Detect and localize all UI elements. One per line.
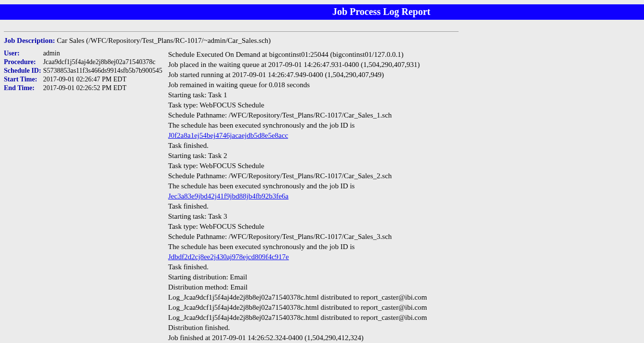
report-title: Job Process Log Report [0,6,462,17]
log-line: Job started running at 2017-09-01 14:26:… [168,70,459,80]
log-line: Distribution method: Email [168,282,459,292]
log-text: Log_Jcaa9dcf1j5f4aj4de2j8b8ej02a71540378… [168,293,427,301]
log-line: Starting task: Task 2 [168,151,459,161]
user-value: admin [43,50,164,58]
log-line: Task type: WebFOCUS Schedule [168,100,459,110]
log-text: Schedule Pathname: /WFC/Repository/Test_… [168,111,392,119]
meta-row-procedure: Procedure: Jcaa9dcf1j5f4aj4de2j8b8ej02a7… [4,58,164,67]
end-time-label: End Time: [4,84,43,93]
meta-row-schedule-id: Schedule ID: S5738853as11f3s466ds9914sfb… [4,67,164,76]
log-text: Starting distribution: Email [168,273,247,281]
log-text: Starting task: Task 3 [168,212,227,220]
log-text: Distribution method: Email [168,283,248,291]
log-line: The schedule has been executed synchrono… [168,120,459,141]
log-text: Job started running at 2017-09-01 14:26:… [168,71,384,79]
log-text: Job remained in waiting queue for 0.018 … [168,81,310,89]
log-text: The schedule has been executed synchrono… [168,121,355,129]
log-text: Log_Jcaa9dcf1j5f4aj4de2j8b8ej02a71540378… [168,314,427,321]
log-line: Distribution finished. [168,323,459,333]
main-row: User: admin Procedure: Jcaa9dcf1j5f4aj4d… [4,50,459,343]
schedule-id-label: Schedule ID: [4,67,43,76]
start-time-label: Start Time: [4,76,43,84]
log-text: Starting task: Task 1 [168,91,227,99]
start-time-value: 2017-09-01 02:26:47 PM EDT [43,76,164,84]
log-text: Task finished. [168,263,209,271]
log-line: Schedule Pathname: /WFC/Repository/Test_… [168,232,459,242]
log-line: Task type: WebFOCUS Schedule [168,161,459,171]
log-line: Task type: WebFOCUS Schedule [168,222,459,232]
log-text: Schedule Pathname: /WFC/Repository/Test_… [168,233,392,240]
meta-row-user: User: admin [4,50,164,58]
log-text: Starting task: Task 2 [168,152,227,159]
log-text: Task type: WebFOCUS Schedule [168,101,264,109]
log-line: Log_Jcaa9dcf1j5f4aj4de2j8b8ej02a71540378… [168,313,459,323]
divider [4,31,459,32]
log-line: Job placed in the waiting queue at 2017-… [168,60,459,70]
log-text: Task type: WebFOCUS Schedule [168,223,264,230]
meta-column: User: admin Procedure: Jcaa9dcf1j5f4aj4d… [4,50,168,93]
log-line: Schedule Executed On Demand at bigcontin… [168,50,459,60]
log-line: Starting task: Task 3 [168,211,459,222]
job-description-label: Job Description: [4,37,55,44]
meta-row-start-time: Start Time: 2017-09-01 02:26:47 PM EDT [4,76,164,84]
job-description-row: Job Description: Car Sales (/WFC/Reposit… [4,37,459,45]
log-line: The schedule has been executed synchrono… [168,181,459,201]
log-text: Job finished at 2017-09-01 14:26:52.324-… [168,334,364,342]
log-line: The schedule has been executed synchrono… [168,242,459,262]
end-time-value: 2017-09-01 02:26:52 PM EDT [43,84,164,93]
log-text: Task finished. [168,202,209,210]
report-banner: Job Process Log Report [0,4,644,20]
report-content: Job Description: Car Sales (/WFC/Reposit… [0,20,462,343]
log-line: Task finished. [168,201,459,211]
log-line: Job remained in waiting queue for 0.018 … [168,80,459,90]
procedure-value: Jcaa9dcf1j5f4aj4de2j8b8ej02a71540378c [43,58,164,67]
log-text: Schedule Pathname: /WFC/Repository/Test_… [168,172,392,180]
log-line: Log_Jcaa9dcf1j5f4aj4de2j8b8ej02a71540378… [168,303,459,313]
log-text: Distribution finished. [168,324,230,331]
job-description-value: Car Sales (/WFC/Repository/Test_Plans/RC… [57,37,271,44]
log-text: The schedule has been executed synchrono… [168,243,355,251]
log-text: Schedule Executed On Demand at bigcontin… [168,51,404,58]
user-label: User: [4,50,43,58]
job-id-link[interactable]: Jec3a83e9jbd42j41f9jbd88jb4fb92b3fe6a [168,192,289,200]
log-line: Schedule Pathname: /WFC/Repository/Test_… [168,171,459,181]
schedule-id-value: S5738853as11f3s466ds9914sfb5b7b900545 [43,67,164,76]
meta-row-end-time: End Time: 2017-09-01 02:26:52 PM EDT [4,84,164,93]
log-line: Log_Jcaa9dcf1j5f4aj4de2j8b8ej02a71540378… [168,292,459,303]
log-text: Task finished. [168,142,209,149]
log-line: Starting task: Task 1 [168,90,459,100]
job-id-link[interactable]: J0f2a8a1ej54bej4746jacaejdb5d8e5e8acc [168,132,288,139]
log-text: The schedule has been executed synchrono… [168,182,355,190]
log-line: Schedule Pathname: /WFC/Repository/Test_… [168,110,459,120]
job-id-link[interactable]: Jdbdf2d2cj8ee2j430aj978ejcd809f4c917e [168,253,289,261]
log-text: Job placed in the waiting queue at 2017-… [168,61,420,68]
log-line: Starting distribution: Email [168,272,459,282]
log-line: Task finished. [168,141,459,151]
log-line: Job finished at 2017-09-01 14:26:52.324-… [168,333,459,343]
log-line: Task finished. [168,262,459,272]
meta-table: User: admin Procedure: Jcaa9dcf1j5f4aj4d… [4,50,164,93]
log-text: Log_Jcaa9dcf1j5f4aj4de2j8b8ej02a71540378… [168,303,427,311]
log-text: Task type: WebFOCUS Schedule [168,162,264,170]
log-column: Schedule Executed On Demand at bigcontin… [168,50,459,343]
procedure-label: Procedure: [4,58,43,67]
